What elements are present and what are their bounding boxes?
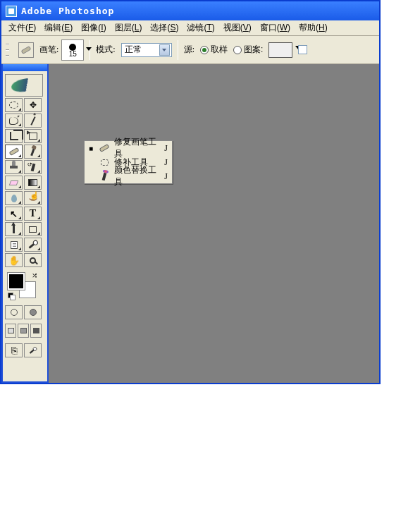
marquee-icon: [9, 102, 18, 109]
tool-shape[interactable]: [24, 222, 42, 236]
history-brush-icon: [30, 163, 35, 171]
menu-edit[interactable]: 编辑(E): [40, 20, 77, 35]
mode-value: 正常: [125, 44, 142, 56]
screen-icon: [8, 328, 14, 333]
radio-sample[interactable]: 取样: [200, 44, 228, 56]
tool-preset-picker[interactable]: [5, 74, 43, 97]
default-colors-icon[interactable]: [8, 293, 15, 300]
jump-button[interactable]: [24, 343, 42, 357]
checkbox-aligned[interactable]: [298, 45, 307, 54]
tool-eyedropper[interactable]: [24, 238, 42, 252]
gripper-icon[interactable]: [6, 42, 10, 59]
swap-colors-icon[interactable]: ⤭: [32, 271, 37, 279]
tool-move[interactable]: ✥: [24, 98, 42, 112]
move-icon: ✥: [30, 100, 37, 110]
screen-menubar[interactable]: [18, 324, 29, 338]
titlebar: Adobe Photoshop: [1, 1, 379, 20]
shape-icon: [29, 226, 37, 233]
mode-select[interactable]: 正常: [121, 43, 172, 57]
menu-view[interactable]: 视图(V): [219, 20, 256, 35]
menu-layer[interactable]: 图层(L): [111, 20, 147, 35]
edit-quickmask-mode[interactable]: [24, 305, 42, 319]
color-replace-icon: [99, 171, 110, 182]
screen-icon: [33, 328, 39, 333]
tool-lasso[interactable]: [5, 114, 23, 128]
tool-marquee[interactable]: [5, 98, 23, 112]
canvas-area[interactable]: ■ 修复画笔工具 J 修补工具 J 颜色替换工具 J: [49, 64, 379, 383]
wand-icon: [30, 116, 35, 125]
healing-icon: [8, 147, 19, 156]
menu-image[interactable]: 图像(I): [77, 20, 110, 35]
jump-icon: [30, 348, 37, 354]
tool-history-brush[interactable]: [24, 160, 42, 174]
tool-gradient[interactable]: [24, 176, 42, 190]
options-bar: 画笔: 15 模式: 正常 源: 取样 图案:: [1, 36, 379, 64]
foreground-color[interactable]: [8, 273, 25, 290]
tool-path-select[interactable]: ↖: [5, 207, 23, 221]
chevron-down-icon[interactable]: [159, 44, 170, 56]
tool-crop[interactable]: [5, 129, 23, 143]
tool-wand[interactable]: [24, 114, 42, 128]
toolbox-panel: ✥ ↖ T ✋: [1, 64, 49, 383]
blur-icon: [11, 195, 17, 202]
radio-icon: [233, 46, 242, 54]
brush-preview[interactable]: 15: [61, 39, 84, 61]
imageready-icon: ⎘: [11, 345, 17, 356]
chevron-down-icon[interactable]: [86, 47, 92, 51]
tool-eraser[interactable]: [5, 176, 23, 190]
quickmask-icon: [30, 309, 37, 316]
current-tool-icon[interactable]: [18, 42, 34, 58]
tool-dodge[interactable]: [24, 191, 42, 205]
brush-selector[interactable]: 画笔: 15: [39, 39, 84, 61]
tool-notes[interactable]: [5, 238, 23, 252]
slice-icon: [29, 133, 37, 140]
source-label: 源:: [184, 44, 194, 56]
toolbox: ✥ ↖ T ✋: [3, 71, 47, 360]
toolbox-titlebar[interactable]: [3, 64, 47, 71]
tool-hand[interactable]: ✋: [5, 253, 23, 267]
mode-label: 模式:: [96, 44, 115, 56]
brush-dot-icon: [69, 44, 76, 51]
stamp-icon: [10, 166, 18, 168]
screen-full[interactable]: [30, 324, 42, 338]
color-picker[interactable]: ⤭: [5, 271, 43, 300]
menubar: 文件(F) 编辑(E) 图像(I) 图层(L) 选择(S) 滤镜(T) 视图(V…: [1, 20, 379, 36]
flyout-healing-brush[interactable]: ■ 修复画笔工具 J: [85, 141, 172, 155]
screen-icon: [20, 328, 27, 333]
pattern-swatch[interactable]: [268, 42, 292, 58]
tool-pen[interactable]: [5, 222, 23, 236]
selected-mark-icon: ■: [89, 145, 94, 152]
dodge-icon: [29, 195, 37, 201]
eraser-icon: [9, 180, 19, 185]
patch-icon: [99, 157, 110, 168]
jump-to-imageready[interactable]: ⎘: [5, 343, 23, 357]
brush-size-value: 15: [69, 51, 77, 58]
brush-label: 画笔:: [39, 44, 58, 56]
feather-icon: [11, 77, 38, 94]
app-window: Adobe Photoshop 文件(F) 编辑(E) 图像(I) 图层(L) …: [0, 0, 381, 384]
edit-standard-mode[interactable]: [5, 305, 23, 319]
radio-icon: [200, 46, 209, 54]
menu-filter[interactable]: 滤镜(T): [183, 20, 218, 35]
tool-type[interactable]: T: [24, 207, 42, 221]
path-select-icon: ↖: [10, 209, 18, 219]
tool-slice[interactable]: [24, 129, 42, 143]
screen-standard[interactable]: [5, 324, 16, 338]
menu-file[interactable]: 文件(F): [4, 20, 40, 35]
standard-mode-icon: [11, 309, 18, 316]
menu-window[interactable]: 窗口(W): [256, 20, 295, 35]
tool-zoom[interactable]: [24, 253, 42, 267]
tool-blur[interactable]: [5, 191, 23, 205]
notes-icon: [11, 241, 18, 249]
menu-help[interactable]: 帮助(H): [295, 20, 332, 35]
flyout-color-replace[interactable]: 颜色替换工具 J: [85, 169, 172, 183]
tool-healing-brush[interactable]: [5, 145, 23, 159]
eyedropper-icon: [29, 241, 37, 249]
tool-brush[interactable]: [24, 145, 42, 159]
window-title: Adobe Photoshop: [21, 6, 114, 16]
zoom-icon: [30, 257, 36, 264]
radio-pattern[interactable]: 图案:: [233, 44, 263, 56]
separator: [178, 40, 178, 60]
menu-select[interactable]: 选择(S): [146, 20, 183, 35]
tool-clone-stamp[interactable]: [5, 160, 23, 174]
